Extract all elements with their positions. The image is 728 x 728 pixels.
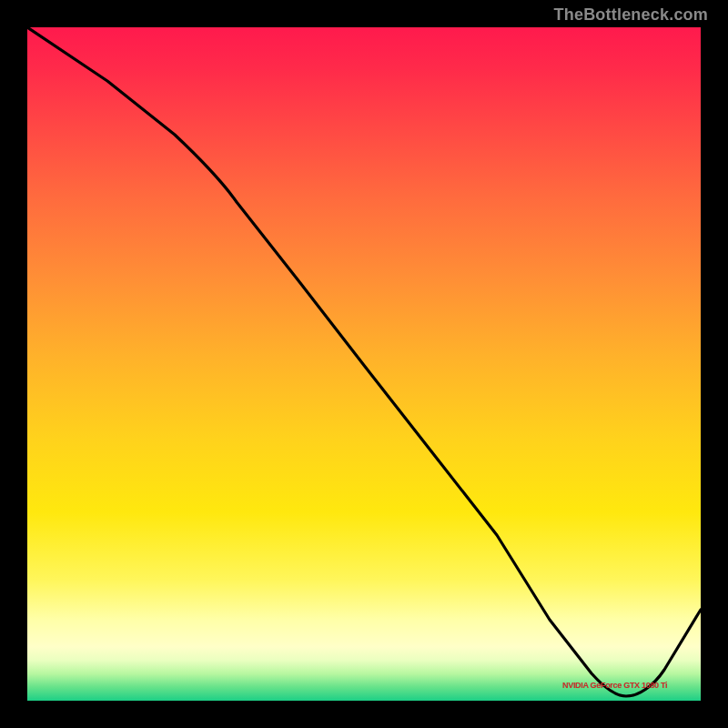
watermark-text: TheBottleneck.com bbox=[554, 5, 708, 25]
bottleneck-curve bbox=[27, 27, 701, 701]
gpu-marker-label: NVIDIA GeForce GTX 1080 Ti bbox=[562, 681, 667, 690]
plot-area: NVIDIA GeForce GTX 1080 Ti bbox=[27, 27, 701, 701]
chart-frame: TheBottleneck.com NVIDIA GeForce GTX 108… bbox=[0, 0, 728, 728]
